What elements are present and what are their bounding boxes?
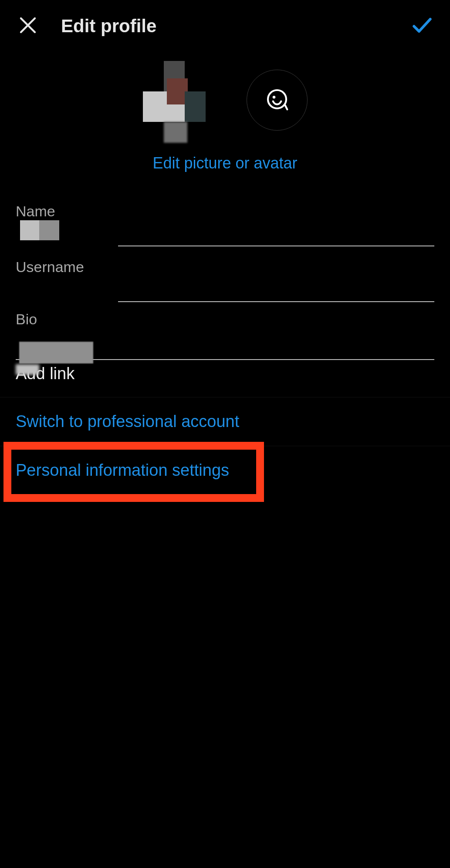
avatar-row	[0, 61, 450, 139]
profile-picture[interactable]	[143, 61, 221, 139]
username-label: Username	[16, 254, 118, 276]
bio-input-wrap[interactable]	[16, 352, 434, 360]
avatar-button[interactable]	[247, 70, 308, 131]
close-button[interactable]	[16, 14, 40, 38]
personal-info-settings-button[interactable]: Personal information settings	[0, 446, 450, 495]
name-label: Name	[16, 198, 118, 220]
avatar-icon	[265, 87, 289, 113]
name-row: Name	[0, 198, 450, 246]
header: Edit profile	[0, 0, 450, 52]
name-input-wrap[interactable]	[118, 212, 434, 246]
add-link-button[interactable]: Add link	[0, 360, 450, 397]
check-icon	[410, 13, 434, 39]
fields-section: Name Username Bio Add link	[0, 198, 450, 397]
redaction-block	[19, 342, 93, 363]
bio-label: Bio	[16, 306, 434, 328]
name-input[interactable]	[118, 220, 434, 239]
personal-info-settings-label: Personal information settings	[16, 461, 229, 479]
close-icon	[17, 15, 38, 37]
switch-professional-button[interactable]: Switch to professional account	[0, 397, 450, 446]
redaction-block	[39, 220, 59, 240]
svg-point-3	[273, 97, 274, 98]
confirm-button[interactable]	[410, 14, 434, 38]
svg-point-2	[268, 90, 286, 108]
username-input[interactable]	[118, 276, 434, 294]
username-input-wrap[interactable]	[118, 267, 434, 302]
redaction-block	[16, 364, 39, 375]
bio-row: Bio	[0, 306, 450, 360]
username-row: Username	[0, 254, 450, 302]
page-title: Edit profile	[61, 16, 410, 37]
edit-picture-link[interactable]: Edit picture or avatar	[0, 154, 450, 172]
